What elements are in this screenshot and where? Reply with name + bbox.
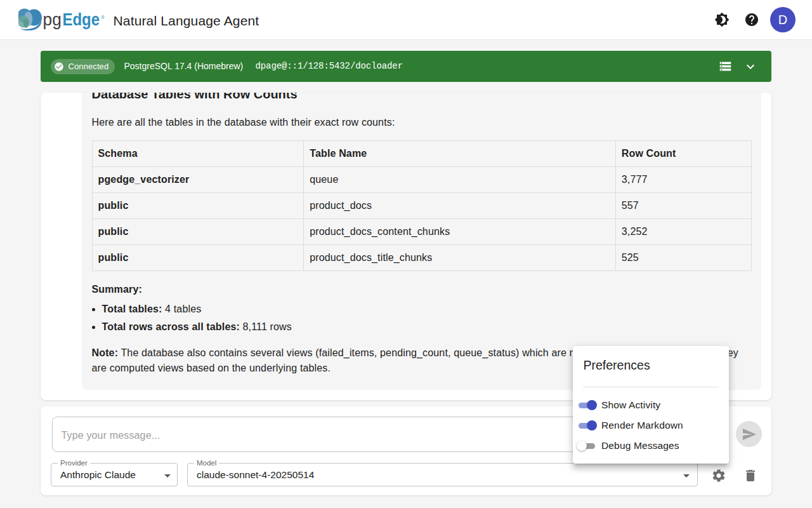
svg-text:pg: pg bbox=[43, 10, 62, 29]
svg-text:®: ® bbox=[102, 15, 105, 20]
svg-text:Edge: Edge bbox=[63, 10, 100, 29]
